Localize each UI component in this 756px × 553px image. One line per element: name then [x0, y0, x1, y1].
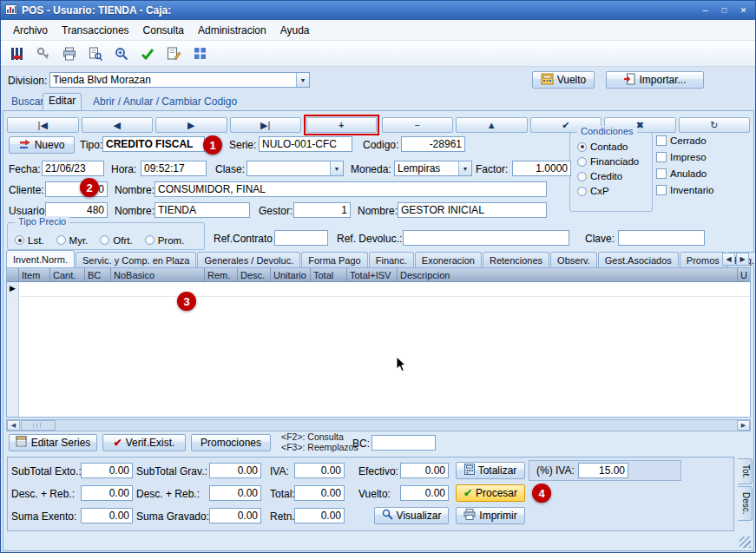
checkbox-impreso[interactable]: Impreso — [656, 152, 714, 162]
print-icon[interactable] — [60, 44, 79, 63]
nombre-cliente-field[interactable]: CONSUMIDOR, FINAL — [154, 181, 547, 197]
nav-refresh-button[interactable]: ↻ — [679, 117, 751, 133]
col-bc[interactable]: BC — [85, 268, 111, 282]
grid-apps-icon[interactable] — [190, 44, 209, 63]
tab-editar[interactable]: Editar — [43, 93, 82, 110]
vuelto-field[interactable]: 0.00 — [400, 485, 449, 501]
nav-next-button[interactable]: ▶ — [155, 117, 227, 133]
grid-row-empty[interactable]: ▶ — [7, 282, 750, 297]
dtab-financ[interactable]: Financ. — [369, 252, 414, 267]
menu-consulta[interactable]: Consulta — [136, 22, 191, 39]
suma-gravado-field[interactable]: 0.00 — [209, 508, 261, 523]
nav-first-button[interactable]: |◀ — [7, 117, 79, 133]
radio-prom[interactable]: Prom. — [145, 231, 185, 249]
resize-grip[interactable] — [740, 537, 751, 548]
col-descripcion[interactable]: Descripcion — [398, 268, 738, 282]
tabs-scroll-right-icon[interactable]: ▶ — [736, 253, 749, 266]
subtotal-exto-field[interactable]: 0.00 — [81, 463, 133, 478]
col-rem[interactable]: Rem. — [205, 268, 238, 282]
radio-cxp[interactable]: CxP — [577, 186, 652, 196]
dtab-invent-norm[interactable]: Invent.Norm. — [6, 250, 75, 267]
dtab-observ[interactable]: Observ. — [550, 252, 597, 267]
nav-last-button[interactable]: ▶| — [230, 117, 302, 133]
col-u[interactable]: U — [738, 268, 750, 282]
iva-field[interactable]: 0.00 — [294, 463, 345, 478]
retn-field[interactable]: 0.00 — [294, 508, 345, 523]
clase-select[interactable]: ▼ — [247, 161, 344, 176]
edit-document-icon[interactable] — [164, 44, 183, 63]
dropdown-arrow-icon[interactable]: ▼ — [296, 73, 309, 87]
suma-exento-field[interactable]: 0.00 — [81, 508, 133, 523]
dropdown-arrow-icon[interactable]: ▼ — [458, 161, 471, 175]
col-item[interactable]: Item — [19, 268, 50, 282]
grid-horizontal-scrollbar[interactable]: ◀ ▶ — [6, 419, 751, 431]
bc-field[interactable] — [371, 435, 436, 451]
pct-iva-field[interactable]: 15.00 — [578, 463, 628, 478]
total-field[interactable]: 0.00 — [294, 485, 345, 501]
editar-series-button[interactable]: Editar Series — [9, 434, 97, 451]
verif-exist-button[interactable]: ✔ Verif.Exist. — [102, 434, 186, 451]
tabs-scroll-left-icon[interactable]: ◀ — [722, 253, 735, 266]
dtab-generales[interactable]: Generales / Devoluc. — [197, 252, 300, 267]
document-search-icon[interactable] — [86, 44, 105, 63]
fecha-field[interactable]: 21/06/23 — [42, 161, 104, 176]
tipo-field[interactable]: CREDITO FISCAL — [102, 136, 205, 152]
factor-field[interactable]: 1.0000 — [512, 161, 571, 176]
subtotal-grav-field[interactable]: 0.00 — [209, 463, 261, 478]
dropdown-arrow-icon[interactable]: ▼ — [330, 161, 343, 175]
grid-body[interactable]: ▶ — [7, 282, 750, 418]
menu-transacciones[interactable]: Transacciones — [55, 22, 136, 39]
radio-ofrt[interactable]: Ofrt. — [100, 231, 132, 249]
scroll-left-icon[interactable]: ◀ — [7, 420, 20, 431]
exit-icon[interactable] — [8, 44, 27, 63]
maximize-button[interactable]: □ — [717, 4, 732, 17]
nav-edit-button[interactable]: ▲ — [456, 117, 528, 133]
desc-reb2-field[interactable]: 0.00 — [209, 485, 261, 501]
efectivo-field[interactable]: 0.00 — [400, 463, 449, 478]
nuevo-button[interactable]: Nuevo — [9, 136, 75, 154]
clave-field[interactable] — [618, 230, 705, 246]
ref-contrato-field[interactable] — [274, 230, 328, 246]
ref-devoluc-field[interactable] — [403, 230, 569, 246]
promociones-button[interactable]: Promociones — [191, 434, 271, 451]
zoom-plus-icon[interactable] — [112, 44, 131, 63]
close-button[interactable]: ✕ — [736, 4, 751, 17]
radio-lst[interactable]: Lst. — [15, 231, 44, 249]
radio-credito[interactable]: Credito — [577, 171, 652, 181]
serie-field[interactable]: NULO-001-CFC — [259, 136, 352, 152]
nav-prior-button[interactable]: ◀ — [82, 117, 154, 133]
confirm-check-icon[interactable] — [138, 44, 157, 63]
nombre-gestor-field[interactable]: GESTOR INICIAL — [398, 202, 547, 218]
items-grid[interactable]: Item Cant. BC NoBasico Rem. Desc. Unitar… — [6, 267, 751, 418]
checkbox-anulado[interactable]: Anulado — [656, 168, 714, 179]
nav-delete-button[interactable]: − — [382, 117, 454, 133]
col-total[interactable]: Total — [311, 268, 347, 282]
dtab-promos[interactable]: Promos — [680, 252, 726, 267]
menu-administracion[interactable]: Administracion — [191, 22, 273, 39]
side-tab-tot[interactable]: Tot. — [738, 458, 753, 484]
desc-reb1-field[interactable]: 0.00 — [81, 485, 133, 501]
scrollbar-thumb[interactable] — [21, 420, 56, 431]
menu-ayuda[interactable]: Ayuda — [273, 22, 317, 39]
radio-financiado[interactable]: Financiado — [577, 156, 652, 167]
checkbox-cerrado[interactable]: Cerrado — [656, 135, 714, 146]
key-icon[interactable] — [34, 44, 53, 63]
radio-contado[interactable]: Contado — [577, 142, 652, 152]
procesar-button[interactable]: ✔ Procesar — [456, 484, 525, 502]
col-cant[interactable]: Cant. — [50, 268, 85, 282]
dtab-gest-asociados[interactable]: Gest.Asociados — [598, 252, 679, 267]
hora-field[interactable]: 09:52:17 — [141, 161, 207, 176]
minimize-button[interactable]: ─ — [698, 4, 713, 17]
col-desc[interactable]: Desc. — [238, 268, 271, 282]
totalizar-button[interactable]: Totalizar — [456, 462, 525, 479]
vuelto-button[interactable]: Vuelto — [532, 71, 595, 89]
tab-abrir-anular[interactable]: Abrir / Anular / Cambiar Codigo — [88, 95, 242, 109]
imprimir-button[interactable]: Imprimir — [456, 507, 525, 524]
moneda-select[interactable]: Lempiras ▼ — [394, 161, 472, 176]
gestor-field[interactable]: 1 — [293, 202, 351, 218]
visualizar-button[interactable]: Visualizar — [374, 507, 449, 524]
side-tab-desc[interactable]: Desc. — [738, 486, 753, 521]
division-select[interactable]: Tienda Blvd Morazan ▼ — [49, 72, 310, 88]
scrollbar-track[interactable] — [56, 420, 737, 431]
col-total-isv[interactable]: Total+ISV — [347, 268, 398, 282]
